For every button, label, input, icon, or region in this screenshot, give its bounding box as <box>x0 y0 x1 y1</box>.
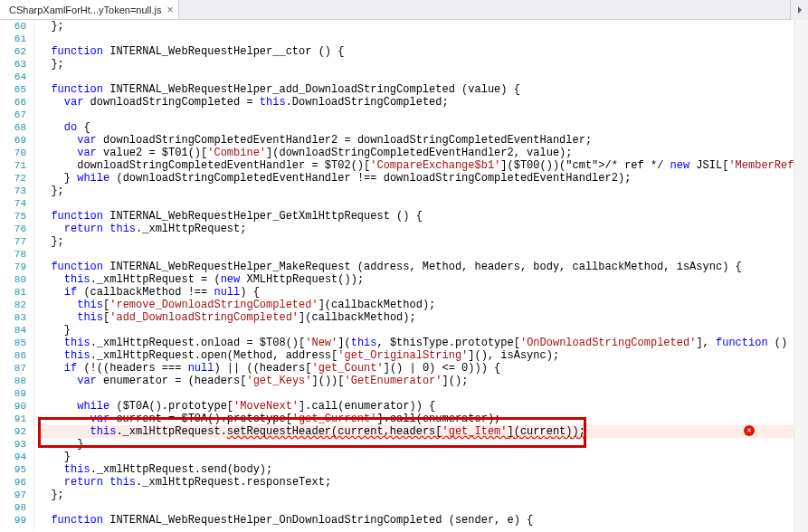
chevron-right-icon <box>796 6 803 14</box>
line-number: 62 <box>0 45 26 58</box>
line-number: 94 <box>0 451 26 463</box>
line-number: 81 <box>0 286 26 299</box>
code-line: return this._xmlHttpRequest; <box>38 223 808 235</box>
line-number: 72 <box>0 172 26 185</box>
code-line: } <box>38 324 808 337</box>
code-line: }; <box>38 185 808 197</box>
line-number: 78 <box>0 248 26 261</box>
line-number: 80 <box>0 273 26 286</box>
line-number: 60 <box>0 20 26 33</box>
code-line: function INTERNAL_WebRequestHelper_GetXm… <box>38 210 808 223</box>
code-line: this._xmlHttpRequest = (new XMLHttpReque… <box>38 273 808 286</box>
line-number: 65 <box>0 83 26 96</box>
line-number: 73 <box>0 185 26 197</box>
line-number: 99 <box>0 514 26 527</box>
code-line: this['remove_DownloadStringCompleted'](c… <box>38 299 808 311</box>
line-number: 95 <box>0 463 26 476</box>
line-number: 84 <box>0 324 26 337</box>
line-number: 64 <box>0 71 26 83</box>
line-number: 92 <box>0 425 26 438</box>
line-number: 83 <box>0 311 26 324</box>
code-line: function INTERNAL_WebRequestHelper_add_D… <box>38 83 808 96</box>
line-number: 67 <box>0 109 26 121</box>
code-line: return this._xmlHttpRequest.responseText… <box>38 476 808 489</box>
code-line: while ($T0A().prototype['MoveNext'].call… <box>38 400 808 413</box>
line-number: 70 <box>0 147 26 159</box>
line-number: 63 <box>0 58 26 71</box>
code-line <box>38 33 808 45</box>
line-number: 74 <box>0 197 26 210</box>
code-line: do { <box>38 121 808 134</box>
line-number: 79 <box>0 261 26 273</box>
code-line: if (callbackMethod !== null) { <box>38 286 808 299</box>
code-line: }; <box>38 20 808 33</box>
code-area[interactable]: ✕ }; function INTERNAL_WebRequestHelper_… <box>34 20 808 530</box>
code-line: function INTERNAL_WebRequestHelper__ctor… <box>38 45 808 58</box>
tab-bar: CSharpXamlForHt...yToken=null.js × <box>0 0 808 20</box>
line-number: 97 <box>0 489 26 501</box>
line-number: 88 <box>0 375 26 387</box>
error-icon: ✕ <box>744 425 755 436</box>
code-line: }; <box>38 58 808 71</box>
close-icon[interactable]: × <box>166 5 173 15</box>
code-line: var value2 = $T01()['Combine'](downloadS… <box>38 147 808 159</box>
line-number: 66 <box>0 96 26 109</box>
line-number: 68 <box>0 121 26 134</box>
code-line: } <box>38 438 808 451</box>
code-line <box>38 501 808 514</box>
code-line: function INTERNAL_WebRequestHelper_OnDow… <box>38 514 808 527</box>
code-line: this._xmlHttpRequest.onload = $T08()['Ne… <box>38 337 808 349</box>
line-number: 98 <box>0 501 26 514</box>
file-tab[interactable]: CSharpXamlForHt...yToken=null.js × <box>0 0 179 19</box>
code-line: } while (downloadStringCompletedEventHan… <box>38 172 808 185</box>
line-number: 86 <box>0 349 26 362</box>
line-number-gutter: 6061626364656667686970717273747576777879… <box>0 20 34 530</box>
code-line: if (!((headers === null) || ((headers['g… <box>38 362 808 375</box>
code-line: this._xmlHttpRequest.setRequestHeader(cu… <box>38 425 808 438</box>
code-line: var enumerator = (headers['get_Keys']())… <box>38 375 808 387</box>
line-number: 69 <box>0 134 26 147</box>
line-number: 87 <box>0 362 26 375</box>
line-number: 77 <box>0 235 26 248</box>
line-number: 89 <box>0 387 26 400</box>
code-line <box>38 248 808 261</box>
code-line: this['add_DownloadStringCompleted'](call… <box>38 311 808 324</box>
line-number: 85 <box>0 337 26 349</box>
code-line: function INTERNAL_WebRequestHelper_MakeR… <box>38 261 808 273</box>
code-line: }; <box>38 235 808 248</box>
code-line: }; <box>38 489 808 501</box>
code-line <box>38 197 808 210</box>
line-number: 90 <box>0 400 26 413</box>
code-line: } <box>38 451 808 463</box>
line-number: 96 <box>0 476 26 489</box>
code-line: downloadStringCompletedEventHandler = $T… <box>38 159 808 172</box>
line-number: 82 <box>0 299 26 311</box>
code-line: var current = $T0A().prototype['get_Curr… <box>38 413 808 425</box>
vertical-scrollbar[interactable] <box>794 20 808 532</box>
code-line <box>38 387 808 400</box>
code-editor[interactable]: 6061626364656667686970717273747576777879… <box>0 20 808 530</box>
tab-title: CSharpXamlForHt...yToken=null.js <box>9 5 161 15</box>
code-line <box>38 71 808 83</box>
line-number: 93 <box>0 438 26 451</box>
code-line: this._xmlHttpRequest.open(Method, addres… <box>38 349 808 362</box>
code-line: var downloadStringCompleted = this.Downl… <box>38 96 808 109</box>
code-line: var downloadStringCompletedEventHandler2… <box>38 134 808 147</box>
line-number: 61 <box>0 33 26 45</box>
line-number: 75 <box>0 210 26 223</box>
code-line: this._xmlHttpRequest.send(body); <box>38 463 808 476</box>
line-number: 91 <box>0 413 26 425</box>
code-line <box>38 109 808 121</box>
line-number: 71 <box>0 159 26 172</box>
tab-overflow-button[interactable] <box>790 0 808 20</box>
line-number: 76 <box>0 223 26 235</box>
